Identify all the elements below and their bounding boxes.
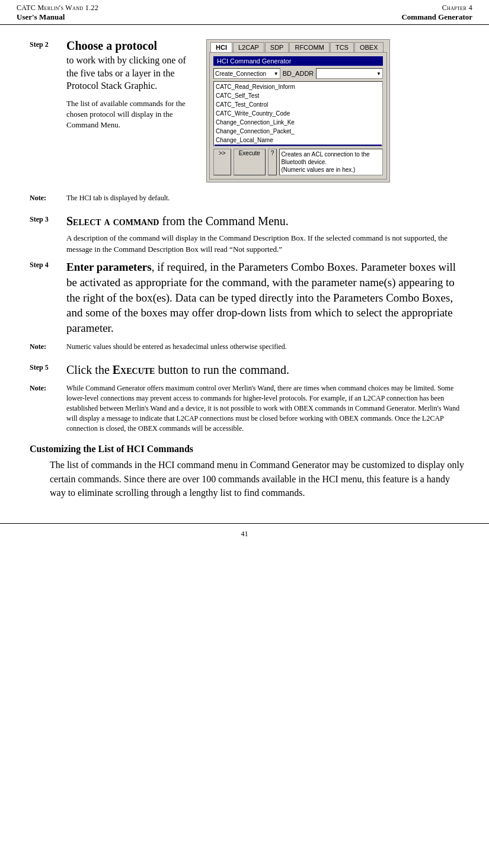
list-item[interactable]: CATC_Self_Test (215, 91, 382, 100)
header-manual-title: User's Manual (17, 12, 98, 22)
step5-text-bold: Execute (113, 363, 155, 376)
list-item[interactable]: CATC_Test_Control (215, 100, 382, 109)
note1-block: Note: The HCI tab is displayed by defaul… (30, 193, 465, 203)
gui-dropdown-arrow-icon: ▼ (274, 71, 279, 76)
gui-bd-addr-arrow-icon: ▼ (376, 71, 381, 76)
gui-tab-sdp[interactable]: SDP (265, 42, 289, 52)
gui-title-bar: HCI Command Generator (213, 56, 383, 66)
step5-text-before: Click the (66, 363, 113, 376)
gui-dropdown-row: Create_Connection ▼ BD_ADDR ▼ (213, 68, 383, 79)
gui-command-listbox[interactable]: CATC_Read_Revision_Inform CATC_Self_Test… (213, 81, 383, 146)
step2-para: to work with by clicking one of the five… (66, 54, 197, 92)
step4-heading-bold: Enter parameters (66, 261, 152, 273)
step2-text: Choose a protocol to work with by clicki… (66, 39, 197, 130)
step3-heading-bold: Select a command (66, 214, 159, 228)
gui-inner-panel: HCI Command Generator Create_Connection … (209, 52, 387, 180)
gui-help-button[interactable]: ? (268, 149, 277, 175)
step3-block: Step 3 Select a command from the Command… (30, 214, 465, 255)
note3-label: Note: (30, 383, 66, 393)
note2-label: Note: (30, 342, 66, 351)
gui-bd-addr-label: BD_ADDR (283, 70, 314, 77)
note2-block: Note: Numeric values should be entered a… (30, 342, 465, 352)
gui-command-dropdown[interactable]: Create_Connection ▼ (213, 68, 280, 79)
step4-content: Enter parameters, if required, in the Pa… (66, 260, 465, 335)
note1-label: Note: (30, 193, 66, 203)
gui-execute-button[interactable]: Execute (234, 149, 266, 175)
header-section: Command Generator (401, 12, 472, 22)
gui-tab-l2cap[interactable]: L2CAP (233, 42, 264, 52)
gui-dropdown-value: Create_Connection (215, 71, 266, 77)
step5-text-after: button to run the command. (155, 363, 289, 376)
step5-content: Click the Execute button to run the comm… (66, 362, 289, 377)
page-number: 41 (241, 530, 248, 538)
step2-heading: Choose a protocol (66, 39, 197, 53)
header-chapter: Chapter 4 (401, 4, 472, 12)
note1-text: The HCI tab is displayed by default. (66, 193, 170, 203)
section-para: The list of commands in the HCI command … (50, 458, 465, 499)
gui-tab-hci[interactable]: HCI (210, 42, 232, 52)
step4-block: Step 4 Enter parameters, if required, in… (30, 260, 465, 335)
step5-label: Step 5 (30, 362, 66, 372)
gui-forward-button[interactable]: >> (213, 149, 231, 175)
note3-text: While Command Generator offers maximum c… (66, 383, 465, 433)
gui-tab-rfcomm[interactable]: RFCOMM (289, 42, 330, 52)
step2-block: Step 2 Choose a protocol to work with by… (30, 39, 465, 182)
step2-content: Choose a protocol to work with by clicki… (66, 39, 465, 182)
list-item[interactable]: Change_Local_Name (215, 136, 382, 145)
page-footer: 41 (0, 523, 489, 543)
step5-block: Step 5 Click the Execute button to run t… (30, 362, 465, 377)
gui-screenshot: HCI L2CAP SDP RFCOMM TCS OBEX HCI Comman… (206, 39, 390, 182)
step2-label: Step 2 (30, 39, 66, 49)
gui-tabs: HCI L2CAP SDP RFCOMM TCS OBEX (207, 40, 389, 52)
gui-desc-box: Creates an ACL connection to the Bluetoo… (279, 149, 383, 175)
list-item-selected[interactable]: Create_Connection (215, 145, 382, 146)
list-item[interactable]: Change_Connection_Packet_ (215, 127, 382, 136)
step3-label: Step 3 (30, 214, 66, 224)
list-item[interactable]: CATC_Read_Revision_Inform (215, 82, 382, 91)
step3-heading-rest: from the Command Menu. (159, 214, 288, 228)
page-content: Step 2 Choose a protocol to work with by… (0, 25, 489, 511)
gui-tab-obex[interactable]: OBEX (354, 42, 383, 52)
step4-label: Step 4 (30, 260, 66, 270)
section-block: Customizing the List of HCI Commands The… (30, 444, 465, 499)
note3-block: Note: While Command Generator offers max… (30, 383, 465, 433)
note2-text: Numeric values should be entered as hexa… (66, 342, 287, 352)
gui-bd-addr-input[interactable]: ▼ (316, 68, 383, 79)
page-header: CATC Merlin's Wand 1.22 User's Manual Ch… (0, 0, 489, 25)
step3-desc: A description of the command will displa… (66, 233, 465, 255)
list-item[interactable]: Change_Connection_Link_Ke (215, 118, 382, 127)
header-app-title: CATC Merlin's Wand 1.22 (17, 4, 98, 12)
section-heading: Customizing the List of HCI Commands (30, 444, 465, 454)
step3-heading: Select a command from the Command Menu. (66, 214, 289, 228)
gui-bottom-row: >> Execute ? Creates an ACL connection t… (213, 149, 383, 175)
gui-tab-tcs[interactable]: TCS (330, 42, 354, 52)
step2-sub: The list of available commands for the c… (66, 98, 197, 131)
list-item[interactable]: CATC_Write_Country_Code (215, 109, 382, 118)
